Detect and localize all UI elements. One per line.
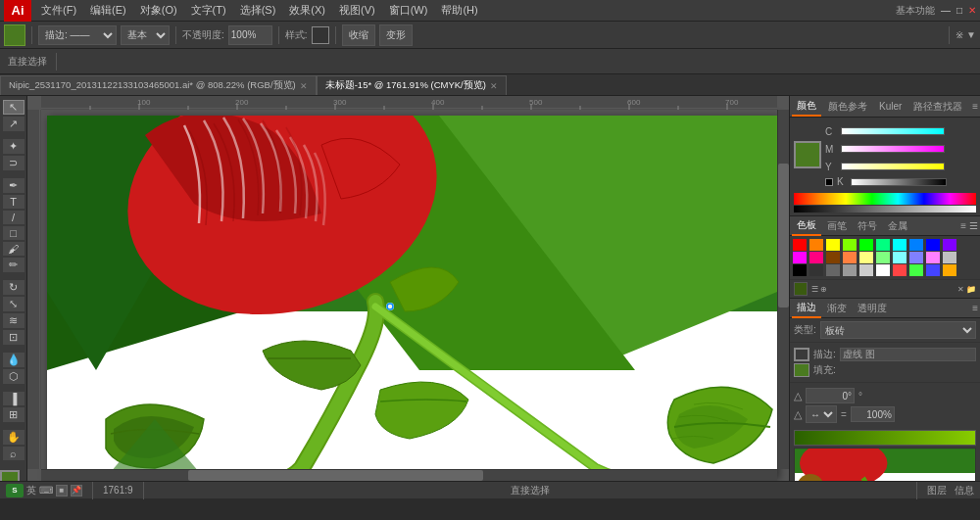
- type-tool-btn[interactable]: T: [3, 195, 24, 209]
- swatch-lt-mag[interactable]: [926, 252, 940, 263]
- pin-btn[interactable]: 📌: [71, 485, 82, 496]
- rect-tool-btn[interactable]: □: [3, 226, 24, 240]
- swatch-blue[interactable]: [926, 239, 940, 251]
- swatch-white[interactable]: [876, 264, 890, 276]
- swatch-cobalt[interactable]: [926, 264, 940, 276]
- menu-file[interactable]: 文件(F): [35, 1, 82, 20]
- swatch-med-gray[interactable]: [843, 264, 857, 276]
- menu-view[interactable]: 视图(V): [333, 1, 381, 20]
- swatch-silver[interactable]: [943, 252, 956, 263]
- swatch-brown[interactable]: [826, 252, 840, 263]
- menu-type[interactable]: 文字(T): [185, 1, 232, 20]
- c-slider[interactable]: [841, 127, 945, 135]
- menu-edit[interactable]: 编辑(E): [84, 1, 132, 20]
- swatch-lime[interactable]: [909, 264, 923, 276]
- v-scrollbar[interactable]: [777, 110, 789, 469]
- swatches-menu-icon[interactable]: ≡: [960, 220, 966, 231]
- h-scrollbar-thumb[interactable]: [188, 470, 482, 481]
- swatch-amber[interactable]: [943, 264, 956, 276]
- lasso-tool-btn[interactable]: ⊃: [3, 156, 24, 170]
- tab-2-close[interactable]: ✕: [490, 81, 498, 91]
- status-info-btn[interactable]: 信息: [955, 484, 974, 497]
- swatch-dark-gray[interactable]: [809, 264, 823, 276]
- close-btn[interactable]: ✕: [968, 5, 976, 16]
- swatch-lt-blue[interactable]: [909, 252, 923, 263]
- swatch-lt-gray[interactable]: [859, 264, 873, 276]
- type-select[interactable]: 板砖: [820, 321, 976, 339]
- paintbrush-tool-btn[interactable]: 🖌: [3, 242, 24, 256]
- hand-tool-btn[interactable]: ✋: [3, 430, 24, 445]
- opacity-input[interactable]: [228, 25, 272, 45]
- blend-tool-btn[interactable]: ⬡: [3, 369, 24, 384]
- ime-icon[interactable]: S: [6, 484, 24, 497]
- status-layers-btn[interactable]: 图层: [927, 484, 947, 497]
- selection-tool-btn[interactable]: ↖: [3, 100, 24, 115]
- language-indicator[interactable]: 英: [26, 484, 36, 497]
- shrink-btn[interactable]: 收缩: [342, 24, 375, 46]
- foreground-color[interactable]: [0, 470, 20, 481]
- menu-help[interactable]: 帮助(H): [435, 1, 483, 20]
- column-graph-tool-btn[interactable]: ▐: [3, 392, 24, 405]
- tab-stroke[interactable]: 描边: [792, 299, 821, 318]
- swatch-chartreuse[interactable]: [843, 239, 857, 251]
- swatch-azure[interactable]: [909, 239, 923, 251]
- gradient-preview[interactable]: [794, 430, 976, 446]
- swatches-list-icon[interactable]: ☰: [969, 220, 978, 231]
- tab-symbols[interactable]: 符号: [853, 217, 882, 235]
- warp-tool-btn[interactable]: ≋: [3, 313, 24, 328]
- m-slider[interactable]: [841, 145, 945, 153]
- v-scrollbar-thumb[interactable]: [778, 164, 789, 307]
- tab-1[interactable]: Nipic_2531170_20131122133103465001.ai* @…: [0, 75, 317, 95]
- delete-swatch-btn[interactable]: ✕: [957, 285, 964, 294]
- tab-gradient[interactable]: 渐变: [822, 300, 852, 317]
- tab-2[interactable]: 未标题-15* @ 1761.91% (CMYK/预览) ✕: [317, 75, 507, 95]
- stroke-select[interactable]: 描边: ——: [38, 25, 117, 45]
- swatch-color-group[interactable]: [794, 282, 808, 296]
- scale-input[interactable]: [851, 406, 895, 422]
- tab-1-close[interactable]: ✕: [300, 81, 308, 91]
- basic-select[interactable]: 基本: [121, 25, 170, 45]
- color-spectrum[interactable]: [794, 193, 976, 205]
- fill-box[interactable]: [794, 363, 809, 377]
- k-slider[interactable]: [851, 178, 947, 186]
- color-fill-btn[interactable]: [4, 24, 25, 46]
- swatch-peach[interactable]: [843, 252, 857, 263]
- scale-tool-btn[interactable]: ⤡: [3, 297, 24, 311]
- swatch-gray[interactable]: [826, 264, 840, 276]
- menu-window[interactable]: 窗口(W): [383, 1, 434, 20]
- swatch-spring[interactable]: [876, 239, 890, 251]
- swatch-magenta[interactable]: [793, 252, 807, 263]
- menu-effect[interactable]: 效果(X): [283, 1, 331, 20]
- swatch-coral[interactable]: [893, 264, 906, 276]
- swatch-yellow[interactable]: [826, 239, 840, 251]
- minimize-btn[interactable]: —: [941, 5, 951, 16]
- scale-select[interactable]: ↔: [806, 405, 837, 423]
- tab-kuler[interactable]: Kuler: [874, 99, 906, 114]
- swatch-cyan[interactable]: [893, 239, 906, 251]
- swatch-options-btn[interactable]: ⊕: [820, 285, 827, 294]
- tab-swatches[interactable]: 色板: [792, 216, 821, 236]
- swatch-lt-green[interactable]: [876, 252, 890, 263]
- keyboard-btn[interactable]: ■: [56, 485, 68, 496]
- direct-select-tool-btn[interactable]: ↗: [3, 117, 24, 131]
- greyscale-bar[interactable]: [794, 206, 976, 213]
- new-swatch-btn[interactable]: ☰: [811, 285, 818, 294]
- magic-wand-tool-btn[interactable]: ✦: [3, 139, 24, 154]
- tab-transparency[interactable]: 透明度: [853, 300, 892, 317]
- deform-btn[interactable]: 变形: [379, 24, 413, 46]
- tab-brushes[interactable]: 画笔: [822, 217, 852, 235]
- tab-color-ref[interactable]: 颜色参考: [823, 98, 872, 116]
- zoom-tool-btn[interactable]: ⌕: [3, 447, 24, 460]
- menu-object[interactable]: 对象(O): [134, 1, 183, 20]
- swatch-black[interactable]: [793, 264, 807, 276]
- eyedropper-tool-btn[interactable]: 💧: [3, 353, 24, 367]
- stroke-box[interactable]: [794, 348, 809, 361]
- swatch-orange[interactable]: [809, 239, 823, 251]
- swatch-green[interactable]: [859, 239, 873, 251]
- line-tool-btn[interactable]: /: [3, 211, 24, 224]
- tab-color[interactable]: 颜色: [792, 97, 821, 117]
- canvas-area[interactable]: 100 200 300 400 500 600: [27, 96, 789, 481]
- current-color-swatch[interactable]: [794, 141, 821, 168]
- tab-pathfinder[interactable]: 路径查找器: [908, 98, 967, 116]
- pen-tool-btn[interactable]: ✒: [3, 178, 24, 193]
